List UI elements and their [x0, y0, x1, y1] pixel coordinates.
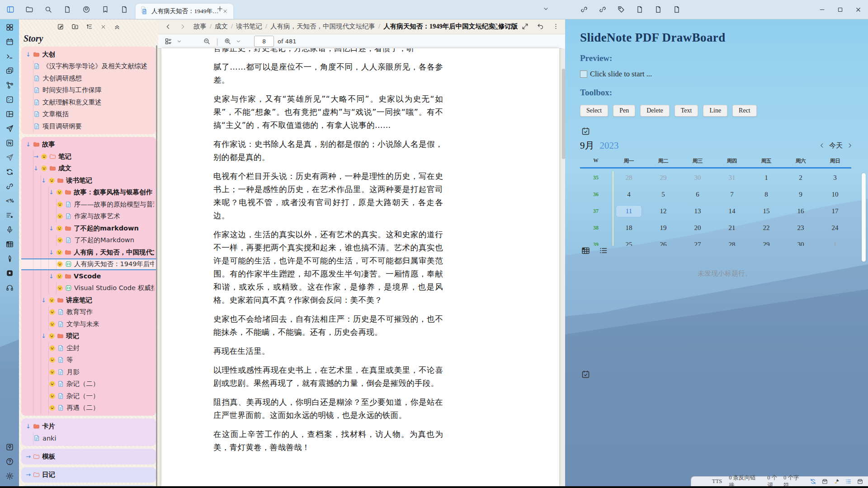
- dock-send-light-icon[interactable]: [5, 153, 14, 162]
- window-close-icon[interactable]: [855, 6, 862, 13]
- ocr-icon[interactable]: [491, 23, 498, 30]
- tree-item[interactable]: 文献理解和意义重述: [21, 96, 156, 108]
- topbar-search-icon[interactable]: [44, 5, 52, 14]
- tab-list-chevron-icon[interactable]: [542, 5, 549, 12]
- dock-list-star-icon[interactable]: [5, 211, 14, 220]
- tree-item[interactable]: ↓讲座笔记: [21, 294, 156, 306]
- calendar-check-icon[interactable]: [581, 127, 590, 136]
- toolbox-pen-button[interactable]: Pen: [613, 105, 635, 117]
- dock-code-icon[interactable]: <%: [5, 197, 14, 205]
- tree-item[interactable]: ↓故事：叙事风格与银幕创作: [21, 187, 156, 199]
- dock-terminal-icon[interactable]: [5, 52, 14, 61]
- dock-layout-icon[interactable]: [5, 110, 14, 118]
- expand-arrow-icon[interactable]: ↓: [41, 178, 48, 183]
- dock-audio-icon[interactable]: [5, 283, 14, 292]
- calendar-day[interactable]: 29: [749, 241, 783, 246]
- zoom-out-icon[interactable]: [203, 38, 211, 45]
- tree-item[interactable]: 尘封: [21, 342, 156, 354]
- topbar-document-icon[interactable]: [63, 5, 71, 14]
- calendar-day[interactable]: 17: [818, 207, 852, 215]
- topbar-folder-icon[interactable]: [25, 5, 33, 14]
- calendar-day[interactable]: 18: [612, 224, 646, 232]
- zoom-chevron-icon[interactable]: [236, 38, 241, 44]
- status-archive-icon[interactable]: [821, 478, 828, 485]
- window-maximize-icon[interactable]: [837, 6, 844, 13]
- calendar-check-icon-2[interactable]: [581, 370, 590, 379]
- pdf-scrollbar-thumb[interactable]: [562, 69, 565, 159]
- dock-link-icon[interactable]: [5, 182, 14, 191]
- tree-item[interactable]: ↓VScode: [21, 270, 156, 282]
- zoom-in-icon[interactable]: [224, 38, 231, 45]
- collapse-arrow-icon[interactable]: →: [26, 454, 33, 460]
- calendar-day[interactable]: 30: [783, 241, 818, 246]
- new-notebook-icon[interactable]: [71, 23, 79, 30]
- calendar-day[interactable]: 21: [715, 224, 749, 232]
- status-brush-icon[interactable]: [833, 478, 840, 485]
- table-view-icon[interactable]: [581, 246, 590, 255]
- dock-sticker-icon[interactable]: [5, 269, 14, 277]
- tree-item[interactable]: 项目调研纲要: [21, 120, 156, 132]
- dock-mic-icon[interactable]: [5, 225, 14, 234]
- tree-item[interactable]: 作家与故事艺术: [21, 211, 156, 223]
- tree-item[interactable]: 《汉字构形学导论》及相关文献综述: [21, 61, 156, 73]
- kebab-icon[interactable]: [552, 23, 560, 30]
- tree-item[interactable]: Visual Studio Code 权威指南: [21, 282, 156, 295]
- undo-icon[interactable]: [537, 23, 544, 30]
- calendar-day[interactable]: 9: [783, 191, 818, 198]
- tree-item[interactable]: 大创调研感想: [21, 72, 156, 84]
- toolbox-text-button[interactable]: Text: [675, 105, 698, 117]
- topbar-document-icon[interactable]: [673, 5, 681, 14]
- window-minimize-icon[interactable]: [819, 6, 826, 13]
- calendar-day[interactable]: 3: [818, 174, 852, 182]
- calendar-day[interactable]: 14: [715, 207, 749, 215]
- topbar-link-icon[interactable]: [580, 5, 588, 14]
- status-archive-icon[interactable]: [857, 478, 863, 485]
- page-thumbnails-icon[interactable]: [165, 38, 172, 45]
- calendar-day[interactable]: 30: [680, 174, 715, 182]
- expand-arrow-icon[interactable]: ↓: [26, 52, 33, 57]
- pdf-scrollbar[interactable]: [562, 48, 565, 486]
- dock-apps-icon[interactable]: [5, 23, 14, 32]
- calendar-day[interactable]: 19: [646, 224, 680, 232]
- tree-item[interactable]: 月影: [21, 366, 156, 378]
- status-sync-off-icon[interactable]: [810, 478, 816, 485]
- breadcrumb-item[interactable]: 成文: [215, 22, 228, 31]
- calendar-day[interactable]: 15: [749, 207, 783, 215]
- expand-arrow-icon[interactable]: ↓: [49, 249, 56, 255]
- calendar-day[interactable]: 16: [783, 207, 818, 215]
- topbar-sidebar-toggle-icon[interactable]: [6, 5, 14, 14]
- calendar-day[interactable]: 27: [680, 241, 715, 246]
- new-doc-icon[interactable]: [57, 23, 64, 30]
- expand-arrow-icon[interactable]: ↓: [49, 225, 56, 231]
- expand-arrow-icon[interactable]: ↓: [41, 333, 48, 339]
- breadcrumb-item[interactable]: 故事: [193, 22, 207, 31]
- tree-item[interactable]: anki: [21, 432, 156, 445]
- thumbnails-chevron-icon[interactable]: [176, 38, 182, 44]
- topbar-link-icon[interactable]: [599, 5, 607, 14]
- calendar-day[interactable]: 8: [749, 191, 783, 198]
- tree-item[interactable]: 杂记（一）: [21, 390, 156, 402]
- calendar-day[interactable]: 6: [680, 191, 715, 198]
- breadcrumb-item[interactable]: 读书笔记: [236, 22, 262, 31]
- forward-icon[interactable]: [179, 23, 186, 30]
- tree-item[interactable]: →笔记: [21, 150, 156, 163]
- toolbox-rect-button[interactable]: Rect: [732, 105, 757, 117]
- topbar-document-icon[interactable]: [636, 5, 644, 14]
- sort-icon[interactable]: [86, 23, 93, 30]
- calendar-day[interactable]: 26: [646, 241, 680, 246]
- topbar-browser-icon[interactable]: [82, 5, 90, 14]
- tree-item[interactable]: 再遇（二）: [21, 402, 156, 414]
- back-icon[interactable]: [165, 23, 172, 30]
- tree-item[interactable]: ↓读书笔记: [21, 174, 156, 187]
- tree-item[interactable]: 杂记（二）: [21, 378, 156, 390]
- dock-table-icon[interactable]: [5, 240, 14, 249]
- tree-item[interactable]: ↓了不起的markdown: [21, 222, 156, 235]
- topbar-tag-icon[interactable]: [617, 5, 625, 14]
- tree-item[interactable]: ↓大创: [21, 48, 156, 61]
- tree-item[interactable]: 等: [21, 354, 156, 366]
- calendar-day[interactable]: 25: [612, 241, 646, 246]
- selected-day[interactable]: 11: [616, 205, 642, 217]
- tree-item[interactable]: 序——故事的原始模型与普遍: [21, 198, 156, 211]
- tree-item[interactable]: ↓琐记: [21, 330, 156, 343]
- dock-help-icon[interactable]: [5, 457, 14, 466]
